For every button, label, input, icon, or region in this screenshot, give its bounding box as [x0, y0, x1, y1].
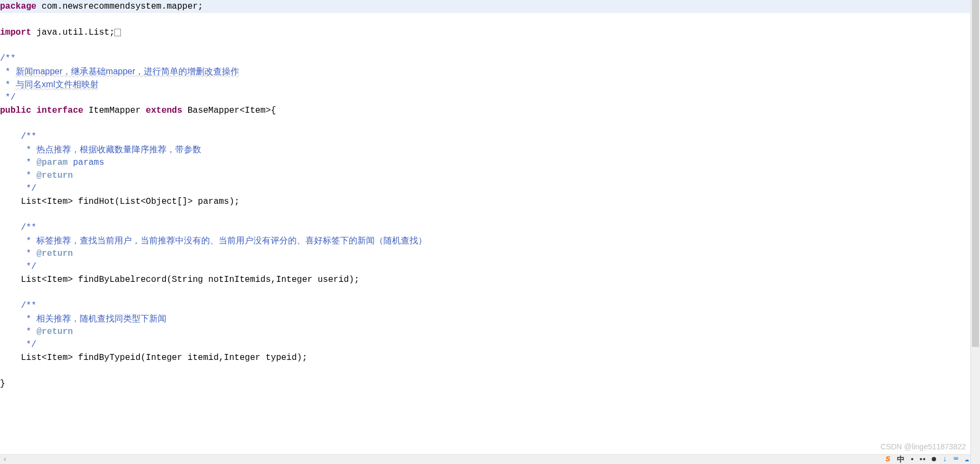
code-line[interactable]: List<Item> findHot(List<Object[]> params…	[0, 195, 970, 208]
javadoc-open: /**	[0, 54, 16, 63]
ime-round-icon[interactable]	[932, 457, 936, 461]
sogou-ime-icon[interactable]: S	[885, 453, 892, 464]
code-line[interactable]: package com.newsrecommendsystem.mapper;	[0, 0, 970, 13]
code-line[interactable]: }	[0, 377, 970, 390]
code-line[interactable]: /**	[0, 299, 970, 312]
method-signature: List<Item> findByLabelrecord(String notI…	[0, 275, 360, 285]
folded-marker-icon[interactable]	[114, 29, 121, 36]
code-line[interactable]: * @param params	[0, 156, 970, 169]
javadoc-close: */	[0, 340, 36, 350]
javadoc-close: */	[0, 262, 36, 272]
javadoc-text: 热点推荐，根据收藏数量降序推荐，带参数	[36, 145, 201, 154]
code-line-blank[interactable]	[0, 208, 970, 221]
javadoc-close: */	[0, 184, 36, 194]
code-line-blank[interactable]	[0, 117, 970, 130]
keyboard-icon[interactable]: ⌨	[953, 453, 958, 464]
javadoc-star: *	[0, 249, 36, 259]
javadoc-tag-param: @param	[36, 158, 68, 167]
download-icon[interactable]: ↓	[943, 453, 947, 464]
javadoc-tag-return: @return	[36, 171, 73, 181]
keyword-package: package	[0, 2, 36, 11]
code-line[interactable]: * @return	[0, 325, 970, 338]
ime-punct-icon[interactable]	[911, 458, 913, 460]
javadoc-star: *	[0, 327, 36, 337]
system-tray: S 中 ↓ ⌨ ☁	[886, 454, 969, 464]
space	[31, 106, 37, 115]
code-line[interactable]: * 新闻mapper，继承基础mapper，进行简单的增删改查操作	[0, 65, 970, 78]
keyword-public: public	[0, 106, 31, 115]
code-line[interactable]: List<Item> findByLabelrecord(String notI…	[0, 273, 970, 286]
method-signature: List<Item> findHot(List<Object[]> params…	[0, 197, 240, 207]
javadoc-star: *	[0, 80, 16, 90]
code-line[interactable]: public interface ItemMapper extends Base…	[0, 104, 970, 117]
code-line[interactable]: */	[0, 182, 970, 195]
javadoc-text: 相关推荐，随机查找同类型下新闻	[36, 314, 166, 323]
code-line[interactable]: * 标签推荐，查找当前用户，当前推荐中没有的、当前用户没有评分的、喜好标签下的新…	[0, 234, 970, 247]
package-path: com.newsrecommendsystem.mapper;	[36, 2, 203, 11]
javadoc-open: /**	[0, 223, 36, 233]
code-line[interactable]: List<Item> findByTypeid(Integer itemid,I…	[0, 351, 970, 364]
scroll-left-arrow-icon[interactable]: ‹	[0, 455, 10, 465]
code-line[interactable]: import java.util.List;	[0, 26, 970, 39]
javadoc-text: 与同名xml文件相映射	[16, 80, 99, 89]
javadoc-star: *	[0, 314, 36, 324]
code-line[interactable]: /**	[0, 221, 970, 234]
code-line[interactable]: * 与同名xml文件相映射	[0, 78, 970, 91]
code-line[interactable]: /**	[0, 52, 970, 65]
class-close-brace: }	[0, 379, 5, 389]
ime-language-icon[interactable]: 中	[897, 453, 905, 464]
class-tail: BaseMapper<Item>{	[182, 106, 276, 115]
javadoc-star: *	[0, 145, 36, 155]
import-path: java.util.List;	[31, 28, 115, 37]
code-line[interactable]: * @return	[0, 169, 970, 182]
code-line[interactable]: * @return	[0, 247, 970, 260]
scrollbar-thumb[interactable]	[972, 0, 979, 347]
cloud-icon[interactable]: ☁	[965, 453, 969, 464]
keyword-import: import	[0, 28, 31, 37]
keyword-interface: interface	[36, 106, 83, 115]
code-line-blank[interactable]	[0, 286, 970, 299]
javadoc-param-name: params	[68, 158, 104, 167]
javadoc-tag-return: @return	[36, 249, 73, 259]
code-line[interactable]: */	[0, 91, 970, 104]
editor-wrap: package com.newsrecommendsystem.mapper; …	[0, 0, 980, 464]
javadoc-star: *	[0, 171, 36, 181]
ime-dots-icon[interactable]	[920, 458, 925, 460]
code-line[interactable]: */	[0, 260, 970, 273]
code-line[interactable]: /**	[0, 130, 970, 143]
code-line-blank[interactable]	[0, 13, 970, 26]
vertical-scrollbar[interactable]	[970, 0, 980, 464]
javadoc-tag-return: @return	[36, 327, 73, 337]
code-line[interactable]: * 相关推荐，随机查找同类型下新闻	[0, 312, 970, 325]
code-line-blank[interactable]	[0, 39, 970, 52]
code-line-blank[interactable]	[0, 364, 970, 377]
javadoc-open: /**	[0, 301, 36, 311]
code-editor[interactable]: package com.newsrecommendsystem.mapper; …	[0, 0, 970, 464]
code-line[interactable]: * 热点推荐，根据收藏数量降序推荐，带参数	[0, 143, 970, 156]
javadoc-star: *	[0, 67, 16, 77]
code-line[interactable]: */	[0, 338, 970, 351]
javadoc-text: 新闻mapper，继承基础mapper，进行简单的增删改查操作	[16, 67, 240, 76]
class-name: ItemMapper	[84, 106, 146, 115]
javadoc-close: */	[0, 93, 16, 102]
javadoc-star: *	[0, 158, 36, 167]
method-signature: List<Item> findByTypeid(Integer itemid,I…	[0, 353, 308, 363]
javadoc-text: 标签推荐，查找当前用户，当前推荐中没有的、当前用户没有评分的、喜好标签下的新闻（…	[36, 236, 427, 245]
keyword-extends: extends	[146, 106, 182, 115]
javadoc-open: /**	[0, 132, 36, 141]
horizontal-scrollbar[interactable]: ‹	[0, 454, 970, 464]
javadoc-star: *	[0, 236, 36, 246]
